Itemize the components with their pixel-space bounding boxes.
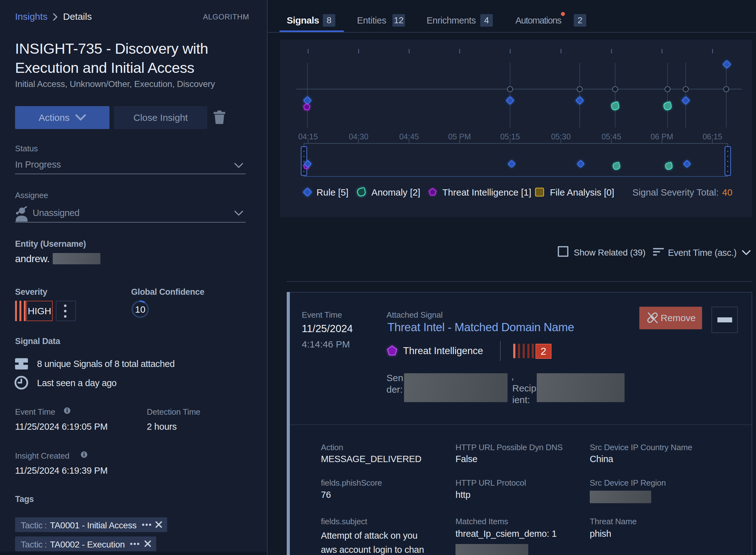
svg-text:05:45: 05:45 <box>602 132 621 141</box>
svg-text:06 PM: 06 PM <box>651 132 673 141</box>
svg-text:05:15: 05:15 <box>500 132 520 141</box>
svg-text:Anomaly [2]: Anomaly [2] <box>371 187 420 198</box>
svg-text:04:45: 04:45 <box>399 132 419 141</box>
svg-text:Rule [5]: Rule [5] <box>317 187 348 198</box>
svg-text:Signal Severity Total:: Signal Severity Total: <box>632 187 719 198</box>
svg-text:Threat Intelligence [1]: Threat Intelligence [1] <box>442 187 531 198</box>
svg-text:File Analysis [0]: File Analysis [0] <box>550 187 614 198</box>
svg-text:40: 40 <box>722 187 733 198</box>
svg-text:05 PM: 05 PM <box>448 132 471 141</box>
svg-text:06:15: 06:15 <box>703 132 722 141</box>
svg-text:10: 10 <box>135 304 145 314</box>
svg-text:05:30: 05:30 <box>551 132 571 141</box>
svg-text:04:30: 04:30 <box>349 132 369 141</box>
svg-text:04:15: 04:15 <box>298 132 318 141</box>
